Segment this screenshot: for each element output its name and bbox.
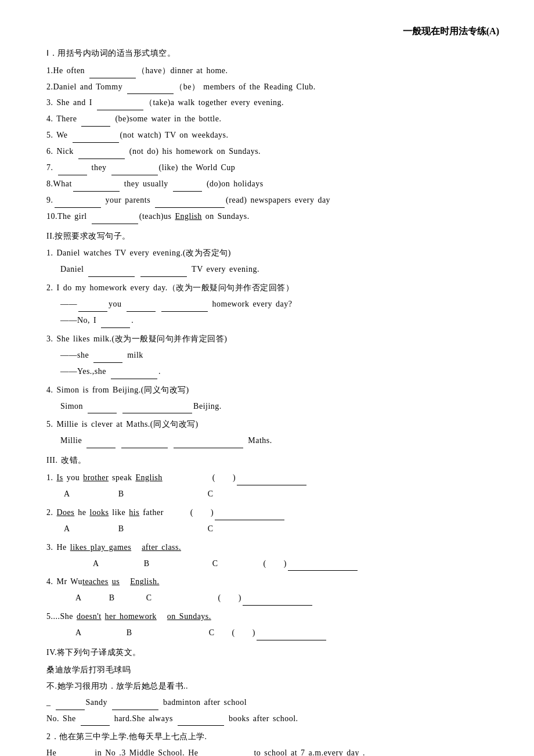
s2-item5: 5. Millie is clever at Maths.(同义句改写) Mil… [46, 417, 499, 448]
s1-item3: 3. She and I （take)a walk together every… [46, 95, 499, 110]
section2: II.按照要求改写句子。 1. Daniel watches TV every … [46, 229, 499, 449]
s1-item1: 1.He often （have）dinner at home. [46, 63, 499, 78]
s2-item2: 2. I do my homework every day.（改为一般疑问句并作… [46, 280, 499, 328]
s4-item2: 2．他在第三中学上学.他每天早上七点上学. He in No .3 Middle… [46, 729, 499, 756]
section3: III. 改错。 1. Is you brother speak English… [46, 453, 499, 640]
s2-item3: 3. She likes milk.(改为一般疑问句并作肯定回答) ——she … [46, 332, 499, 379]
s3-item2: 2. Does he looks like his father ( ) A B… [46, 505, 499, 537]
section4: IV.将下列句子译成英文。 桑迪放学后打羽毛球吗 不.她学习很用功．放学后她总是… [46, 645, 499, 756]
s3-item5: 5....She doesn't her homework on Sundays… [46, 609, 499, 640]
s1-item5: 5. We (not watch) TV on weekdays. [46, 128, 499, 143]
s1-item7: 7. they (like) the World Cup [46, 160, 499, 175]
section1: Ⅰ．用括号内动词的适当形式填空。 1.He often （have）dinner… [46, 46, 499, 224]
s1-item9: 9. your parents (read) newspapers every … [46, 193, 499, 208]
s2-item4: 4. Simon is from Beijing.(同义句改写) Simon B… [46, 383, 499, 414]
s3-item1: 1. Is you brother speak English ( ) A B … [46, 470, 499, 502]
s3-item3: 3. He likes play games after class. A B … [46, 540, 499, 571]
s2-item1: 1. Daniel watches TV every evening.(改为否定… [46, 246, 499, 277]
section3-header: III. 改错。 [46, 453, 499, 468]
page-title: 一般现在时用法专练(A) [46, 23, 499, 40]
s1-item8: 8.What they usually (do)on holidays [46, 177, 499, 192]
section1-header: Ⅰ．用括号内动词的适当形式填空。 [46, 46, 499, 61]
s4-item1: 桑迪放学后打羽毛球吗 不.她学习很用功．放学后她总是看书.. _ Sandy b… [46, 663, 499, 726]
s1-item4: 4. There (be)some water in the bottle. [46, 111, 499, 127]
s1-item10: 10.The girl (teach)us English on Sundays… [46, 209, 499, 224]
s1-item6: 6. Nick (not do) his homework on Sundays… [46, 144, 499, 159]
s3-item4: 4. Mr Wuteaches us English. A B C ( ) [46, 574, 499, 606]
section4-header: IV.将下列句子译成英文。 [46, 645, 499, 660]
s1-item2: 2.Daniel and Tommy （be） members of the R… [46, 80, 499, 95]
section2-header: II.按照要求改写句子。 [46, 229, 499, 244]
